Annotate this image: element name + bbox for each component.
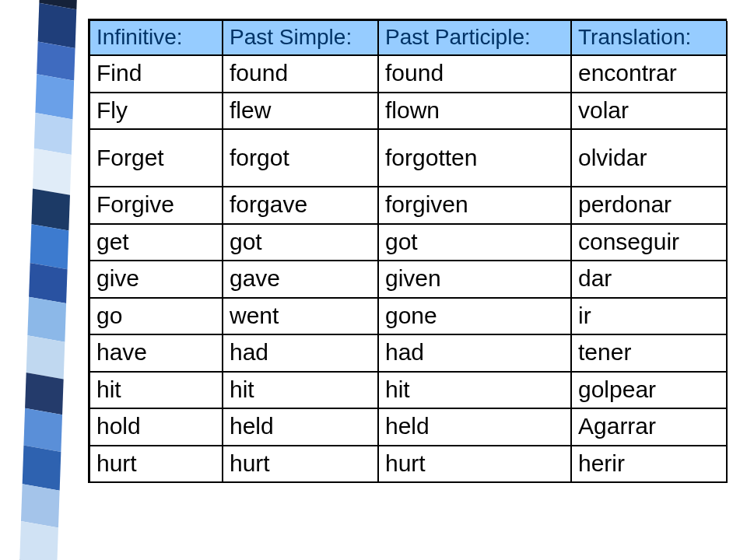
cell-infinitive: have — [90, 334, 223, 372]
decorative-stripe — [30, 224, 69, 269]
decorative-stripe-bar — [19, 0, 78, 560]
cell-past-simple: held — [223, 408, 378, 446]
col-header-translation: Translation: — [571, 21, 727, 55]
cell-past-participle: got — [378, 224, 571, 261]
slide-surface: Infinitive: Past Simple: Past Participle… — [0, 0, 747, 560]
cell-translation: volar — [571, 93, 727, 130]
cell-past-simple: found — [223, 55, 378, 93]
cell-translation: dar — [571, 261, 727, 298]
cell-past-participle: had — [378, 334, 571, 372]
cell-past-simple: hit — [223, 372, 378, 409]
table-header-row: Infinitive: Past Simple: Past Participle… — [90, 21, 727, 55]
cell-past-participle: forgotten — [378, 129, 571, 187]
decorative-stripe — [38, 3, 77, 48]
decorative-stripe — [19, 521, 58, 560]
cell-translation: conseguir — [571, 224, 727, 261]
decorative-stripe — [26, 335, 65, 379]
table-row: holdheldheldAgarrar — [90, 408, 727, 446]
table-row: havehadhadtener — [90, 334, 727, 372]
col-header-past-participle: Past Participle: — [378, 21, 571, 55]
cell-translation: encontrar — [571, 55, 727, 93]
cell-translation: Agarrar — [571, 408, 727, 446]
cell-translation: ir — [571, 298, 727, 335]
cell-past-participle: hurt — [378, 446, 571, 483]
cell-infinitive: Find — [90, 55, 223, 93]
cell-past-simple: got — [223, 224, 378, 261]
cell-past-simple: gave — [223, 261, 378, 298]
table-row: Flyflewflownvolar — [90, 93, 727, 130]
cell-past-participle: gone — [378, 298, 571, 335]
cell-infinitive: Forgive — [90, 187, 223, 224]
table-row: givegavegivendar — [90, 261, 727, 298]
table-row: Forgiveforgaveforgivenperdonar — [90, 187, 727, 224]
table-row: Forgetforgotforgottenolvidar — [90, 129, 727, 187]
cell-past-participle: flown — [378, 93, 571, 130]
cell-past-simple: hurt — [223, 446, 378, 483]
table-row: hurthurthurtherir — [90, 446, 727, 483]
cell-past-simple: had — [223, 334, 378, 372]
decorative-stripe — [27, 297, 66, 342]
table-row: Findfoundfoundencontrar — [90, 55, 727, 93]
cell-infinitive: hold — [90, 408, 223, 446]
decorative-stripe — [25, 373, 64, 415]
cell-infinitive: hit — [90, 372, 223, 409]
decorative-stripe — [33, 149, 72, 195]
irregular-verbs-table: Infinitive: Past Simple: Past Participle… — [90, 21, 728, 483]
cell-translation: olvidar — [571, 129, 727, 187]
col-header-past-simple: Past Simple: — [223, 21, 378, 55]
cell-past-participle: given — [378, 261, 571, 298]
cell-translation: tener — [571, 334, 727, 372]
cell-infinitive: hurt — [90, 446, 223, 483]
cell-infinitive: Fly — [90, 93, 223, 130]
cell-past-participle: forgiven — [378, 187, 571, 224]
cell-past-simple: forgot — [223, 129, 378, 187]
table-row: gowentgoneir — [90, 298, 727, 335]
cell-translation: perdonar — [571, 187, 727, 224]
decorative-stripe — [21, 484, 60, 527]
cell-past-simple: went — [223, 298, 378, 335]
cell-past-simple: forgave — [223, 187, 378, 224]
verb-table-container: Infinitive: Past Simple: Past Participle… — [88, 19, 727, 483]
cell-infinitive: get — [90, 224, 223, 261]
decorative-stripe — [23, 446, 61, 491]
table-row: getgotgotconseguir — [90, 224, 727, 261]
decorative-stripe — [31, 188, 70, 230]
cell-past-simple: flew — [223, 93, 378, 130]
cell-infinitive: give — [90, 261, 223, 298]
cell-past-participle: held — [378, 408, 571, 446]
cell-translation: golpear — [571, 372, 727, 409]
cell-infinitive: go — [90, 298, 223, 335]
table-row: hithithitgolpear — [90, 372, 727, 409]
cell-infinitive: Forget — [90, 129, 223, 187]
cell-past-participle: found — [378, 55, 571, 93]
decorative-stripe — [34, 113, 73, 155]
col-header-infinitive: Infinitive: — [90, 21, 223, 55]
cell-translation: herir — [571, 446, 727, 483]
cell-past-participle: hit — [378, 372, 571, 409]
decorative-stripe — [23, 408, 62, 452]
decorative-stripe — [35, 74, 74, 119]
